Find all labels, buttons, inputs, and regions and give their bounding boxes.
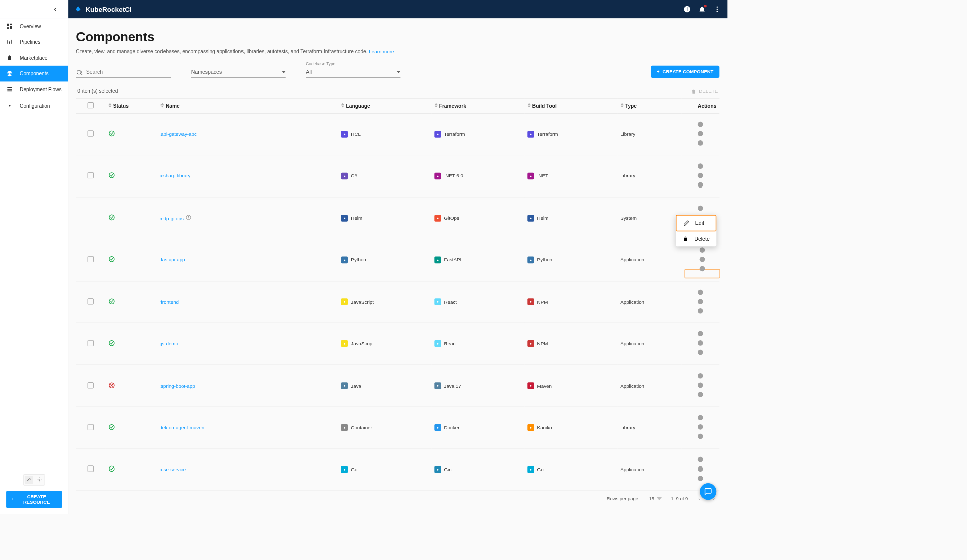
- create-component-button[interactable]: +CREATE COMPONENT: [651, 66, 719, 78]
- svg-rect-13: [7, 89, 12, 90]
- svg-point-43: [698, 308, 703, 314]
- row-menu-button[interactable]: [684, 269, 720, 278]
- svg-point-60: [698, 466, 703, 472]
- app-logo[interactable]: KubeRocketCI: [68, 5, 132, 13]
- sidebar-item-configuration[interactable]: Configuration: [0, 98, 68, 114]
- framework-cell: ●Java 17: [434, 382, 521, 389]
- language-cell: ●JavaScript: [341, 340, 428, 347]
- delete-menu-item[interactable]: Delete: [676, 231, 717, 246]
- create-resource-button[interactable]: +CREATE RESOURCE: [6, 491, 62, 508]
- codebase-type-select[interactable]: Codebase Type All: [306, 67, 400, 78]
- svg-point-18: [39, 479, 40, 481]
- sidebar-item-deployment-flows[interactable]: Deployment Flows: [0, 81, 68, 98]
- sidebar-item-overview[interactable]: Overview: [0, 18, 68, 34]
- language-cell: ●HCL: [341, 131, 428, 138]
- row-checkbox[interactable]: [88, 424, 94, 430]
- svg-point-61: [698, 476, 703, 481]
- svg-point-37: [700, 247, 705, 253]
- sidebar-item-pipelines[interactable]: Pipelines: [0, 34, 68, 50]
- type-cell: Application: [617, 448, 681, 490]
- component-name-link[interactable]: api-gateway-abc: [160, 131, 197, 137]
- framework-cell: ●GitOps: [434, 215, 521, 222]
- type-cell: Application: [617, 364, 681, 406]
- svg-point-28: [698, 182, 703, 188]
- search-icon: [76, 69, 83, 76]
- svg-point-59: [698, 457, 703, 462]
- svg-point-24: [698, 140, 703, 146]
- svg-point-15: [9, 105, 10, 106]
- rows-per-page-select[interactable]: 15: [649, 496, 662, 502]
- header-menu-icon[interactable]: [713, 6, 721, 13]
- svg-point-41: [698, 289, 703, 295]
- component-name-link[interactable]: fastapi-app: [160, 257, 185, 262]
- buildtool-cell: ●Python: [527, 256, 614, 263]
- buildtool-cell: ●Go: [527, 466, 614, 473]
- row-menu-button[interactable]: [684, 313, 716, 318]
- notifications-icon[interactable]: [698, 6, 706, 13]
- wand-icon: [25, 476, 33, 484]
- component-name-link[interactable]: spring-boot-app: [160, 383, 195, 389]
- table-row: frontend ●JavaScript ●React ●NPM Applica…: [76, 281, 719, 323]
- row-menu-button[interactable]: [684, 397, 716, 402]
- search-input[interactable]: [76, 67, 171, 78]
- type-cell: Application: [617, 239, 681, 281]
- status-cell: [105, 364, 157, 406]
- buildtool-cell: ●Kaniko: [527, 424, 614, 431]
- row-checkbox[interactable]: [88, 340, 94, 346]
- component-name-link[interactable]: csharp-library: [160, 173, 190, 179]
- row-menu-button[interactable]: [684, 187, 716, 193]
- edit-menu-item[interactable]: Edit: [676, 216, 716, 231]
- row-checkbox[interactable]: [88, 382, 94, 388]
- page-title: Components: [76, 30, 719, 44]
- sidebar-collapse-button[interactable]: [0, 0, 68, 18]
- sidebar: OverviewPipelinesMarketplaceComponentsDe…: [0, 18, 68, 514]
- svg-point-17: [30, 479, 31, 480]
- chat-icon: [704, 487, 712, 496]
- sidebar-item-components[interactable]: Components: [0, 66, 68, 82]
- component-name-link[interactable]: edp-gitops: [160, 216, 184, 221]
- svg-rect-12: [7, 87, 12, 88]
- status-cell: [105, 281, 157, 323]
- row-menu-button[interactable]: [684, 438, 716, 444]
- table-row: tekton-agent-maven ●Container ●Docker ●K…: [76, 407, 719, 448]
- component-name-link[interactable]: tekton-agent-maven: [160, 425, 204, 430]
- search-field[interactable]: [76, 67, 171, 78]
- type-cell: Library: [617, 407, 681, 448]
- row-checkbox[interactable]: [88, 172, 94, 178]
- component-name-link[interactable]: frontend: [160, 299, 179, 305]
- table-row: csharp-library ●C# ●.NET 6.0 ●.NET Libra…: [76, 155, 719, 197]
- svg-point-51: [698, 373, 703, 379]
- component-name-link[interactable]: use-service: [160, 466, 186, 472]
- selection-bar: 0 item(s) selected DELETE: [76, 84, 719, 98]
- svg-point-3: [717, 9, 718, 10]
- pagination-range: 1–9 of 9: [671, 496, 688, 502]
- theme-toggle[interactable]: [23, 474, 45, 486]
- svg-rect-6: [10, 24, 12, 25]
- chat-button[interactable]: [700, 483, 716, 500]
- svg-point-22: [698, 122, 703, 127]
- row-checkbox[interactable]: [88, 298, 94, 304]
- type-cell: Application: [617, 281, 681, 323]
- row-menu-button[interactable]: [684, 355, 716, 360]
- row-menu-button[interactable]: [684, 145, 716, 151]
- info-icon[interactable]: i: [683, 6, 691, 13]
- row-checkbox[interactable]: [88, 466, 94, 472]
- buildtool-cell: ●Maven: [527, 382, 614, 389]
- svg-line-20: [80, 74, 82, 75]
- batch-delete-button[interactable]: DELETE: [691, 88, 718, 94]
- sidebar-item-marketplace[interactable]: Marketplace: [0, 50, 68, 66]
- select-all-checkbox[interactable]: [88, 102, 94, 108]
- table-row: api-gateway-abc ●HCL ●Terraform ●Terrafo…: [76, 113, 719, 155]
- svg-text:i: i: [686, 7, 687, 12]
- buildtool-cell: ●.NET: [527, 173, 614, 180]
- svg-point-19: [77, 70, 81, 74]
- row-checkbox[interactable]: [88, 256, 94, 262]
- svg-point-38: [700, 257, 705, 262]
- svg-point-39: [700, 266, 705, 271]
- language-cell: ●Go: [341, 466, 428, 473]
- namespaces-select[interactable]: Namespaces: [191, 67, 286, 78]
- language-cell: ●JavaScript: [341, 299, 428, 306]
- component-name-link[interactable]: js-demo: [160, 341, 178, 346]
- row-checkbox[interactable]: [88, 131, 94, 137]
- learn-more-link[interactable]: Learn more.: [369, 49, 395, 54]
